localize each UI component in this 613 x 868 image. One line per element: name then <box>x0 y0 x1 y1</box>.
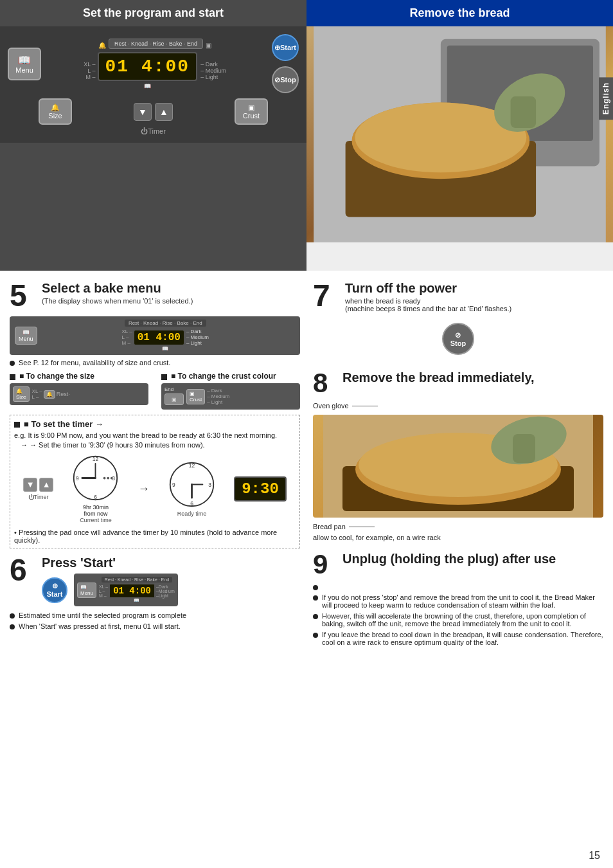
svg-point-17 <box>111 477 113 480</box>
step9-title: Unplug (holding the plug) after use <box>342 551 556 566</box>
step8-photo-area: Oven glove <box>313 402 603 530</box>
current-clock-svg: 12 3 6 9 <box>71 454 120 502</box>
step8-section: 8 Remove the bread immediately, Oven glo… <box>313 370 603 541</box>
left-instructions: 5 Select a bake menu (The display shows … <box>6 277 303 653</box>
language-tab: English <box>599 77 613 120</box>
step9-bullet: If you do not press 'stop' and remove th… <box>313 593 603 609</box>
step6-mini-machine: 📖Menu Rest · Knead · Rise · Bake · End X… <box>74 574 178 606</box>
right-instructions: 7 Turn off the power when the bread is r… <box>310 277 607 653</box>
step6-section: 6 Press 'Start' ⊕Start 📖Menu Rest · Knea… <box>10 555 300 630</box>
size-button[interactable]: 🔔 Size <box>39 98 72 125</box>
step6-bullet2: When 'Start' was pressed at first, menu … <box>10 622 300 630</box>
ready-time-clock: 12 3 6 9 Ready time <box>168 460 216 517</box>
step7-line2: (machine beeps 8 times and the bar at 'E… <box>345 305 511 312</box>
step8-number: 8 <box>313 370 336 397</box>
crust-labels: – Dark – Medium – Light <box>200 61 226 80</box>
step5-mini-machine: 📖Menu Rest · Knead · Rise · Bake · End X… <box>10 316 300 355</box>
timer-section: ■ To set the timer → e.g. It is 9:00 PM … <box>10 415 300 548</box>
size-change-title: ■ To change the size <box>10 372 148 381</box>
mini-menu-btn: 📖Menu <box>15 327 37 345</box>
bread-illustration <box>306 26 613 242</box>
step7-number: 7 <box>313 280 339 311</box>
right-header-bg: Remove the bread <box>306 0 613 26</box>
step7-line1: when the bread is ready <box>345 297 511 305</box>
oven-glove-label: Oven glove <box>313 402 603 410</box>
svg-rect-7 <box>511 96 537 128</box>
step9-bullets: If you do not press 'stop' and remove th… <box>313 593 603 646</box>
step5-number: 5 <box>10 280 35 311</box>
step6-number: 6 <box>10 555 35 586</box>
bread-pan-label: Bread pan <box>313 523 603 530</box>
machine-panel: 📖 Menu 🔔 Rest · Knead · Rise · Bake · En… <box>0 26 306 271</box>
step6-header: 6 Press 'Start' ⊕Start 📖Menu Rest · Knea… <box>10 555 300 606</box>
size-mini-display: 🔔Size XL – L – 🔔 Rest· <box>10 383 148 405</box>
display-row: XL – L – M – 01 4:00 📖 – Dark – <box>84 52 226 89</box>
machine-bottom-row: 🔔 Size ▼ ▲ ▣ Crust <box>8 98 299 125</box>
crust-change: ■ To change the crust colour End ▣ ▣Crus… <box>161 372 300 410</box>
step5-header: 5 Select a bake menu (The display shows … <box>10 280 300 311</box>
crust-mini-display: End ▣ ▣Crust – Dark – Medium – Light <box>161 383 300 410</box>
step9-bullet1 <box>313 583 603 590</box>
right-section-title: Remove the bread <box>306 0 613 26</box>
step9-bullet: If you leave the bread to cool down in t… <box>313 631 603 646</box>
step8-header: 8 Remove the bread immediately, <box>313 370 603 397</box>
step5-section: 5 Select a bake menu (The display shows … <box>10 280 300 548</box>
arrow-buttons: ▼ ▲ <box>134 103 173 121</box>
svg-point-16 <box>107 477 110 480</box>
step6-title: Press 'Start' <box>42 555 178 570</box>
step7-title: Turn off the power <box>345 280 511 296</box>
stop-button[interactable]: ⊘Stop <box>272 66 299 93</box>
start-stop-buttons: ⊕Start ⊘Stop <box>272 34 299 93</box>
svg-text:6: 6 <box>94 494 98 500</box>
down-arrow-button[interactable]: ▼ <box>134 103 152 121</box>
step5-bullet1: See P. 12 for menu, availability of size… <box>10 359 300 366</box>
step9-section: 9 Unplug (holding the plug) after use If… <box>313 551 603 646</box>
svg-text:3: 3 <box>208 482 211 488</box>
nine-hr-label: 9hr 30min <box>71 504 120 511</box>
step8-bread-svg <box>313 415 603 518</box>
timer-controls: ▼ ▲ ⏻Timer <box>23 478 53 500</box>
step6-start-btn: ⊕Start <box>42 577 67 603</box>
timer-up-btn[interactable]: ▲ <box>39 478 53 492</box>
step9-header: 9 Unplug (holding the plug) after use <box>313 551 603 578</box>
machine-display: 📖 Menu 🔔 Rest · Knead · Rise · Bake · En… <box>0 26 306 143</box>
left-section-title: Set the program and start <box>0 0 306 26</box>
page-number: 15 <box>589 850 600 862</box>
step5-subtitle: (The display shows when menu '01' is sel… <box>42 297 193 305</box>
bottom-section: 5 Select a bake menu (The display shows … <box>0 271 613 659</box>
machine-top-row: 📖 Menu 🔔 Rest · Knead · Rise · Bake · En… <box>8 34 299 93</box>
step8-title: Remove the bread immediately, <box>342 370 535 385</box>
section-headers: Set the program and start Remove the bre… <box>0 0 613 26</box>
svg-text:12: 12 <box>93 456 99 462</box>
ready-time-label: Ready time <box>168 511 216 517</box>
timer-label: ⏻Timer <box>8 127 299 135</box>
program-bar: Rest · Knead · Rise · Bake · End <box>109 39 203 49</box>
current-time-label: Current time <box>71 517 120 523</box>
from-now-label: from now <box>71 511 120 517</box>
svg-text:12: 12 <box>189 462 195 469</box>
timer-time-display: 9:30 <box>234 476 287 502</box>
current-time-clock: 12 3 6 9 9hr <box>71 454 120 523</box>
timer-down-btn[interactable]: ▼ <box>23 478 37 492</box>
ready-clock-svg: 12 3 6 9 <box>168 460 216 509</box>
step6-bullet1: Estimated time until the selected progra… <box>10 611 300 619</box>
step9-bullet: However, this will accelerate the browni… <box>313 612 603 628</box>
change-options: ■ To change the size 🔔Size XL – L – 🔔 Re… <box>10 372 300 410</box>
step8-bread-photo <box>313 415 603 518</box>
timer-line1: e.g. It is 9:00 PM now, and you want the… <box>14 431 296 439</box>
crust-button[interactable]: ▣ Crust <box>235 98 268 125</box>
size-change: ■ To change the size 🔔Size XL – L – 🔔 Re… <box>10 372 148 410</box>
step7-stop-btn: ⊘Stop <box>442 323 474 355</box>
size-labels: XL – L – M – <box>84 61 95 80</box>
svg-rect-30 <box>513 434 535 463</box>
menu-button[interactable]: 📖 Menu <box>8 48 41 80</box>
step7-section: 7 Turn off the power when the bread is r… <box>313 280 603 360</box>
svg-text:9: 9 <box>76 475 79 482</box>
left-header-bg: Set the program and start <box>0 0 306 26</box>
up-arrow-button[interactable]: ▲ <box>155 103 173 121</box>
step9-number: 9 <box>313 551 336 578</box>
timer-press-info: • Pressing the pad once will advance the… <box>14 529 296 544</box>
svg-text:6: 6 <box>190 500 193 507</box>
svg-text:9: 9 <box>172 482 175 488</box>
start-button[interactable]: ⊕Start <box>272 34 299 61</box>
